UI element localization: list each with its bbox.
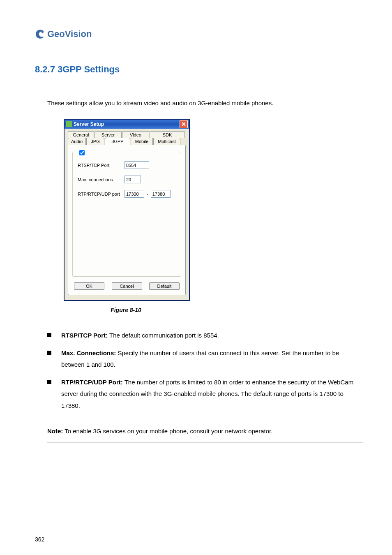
tab-video[interactable]: Video [122,131,149,138]
window-icon [66,121,72,127]
tab-general[interactable]: General [68,131,94,138]
brand-logo: GeoVision [35,29,363,39]
tab-strip: General Server Video SDK Audio JPG 3GPP … [68,131,186,145]
settings-groupbox: RTSP/TCP Port Max. connections RTP/RTCP/… [72,152,181,277]
list-item: RTP/RTCP/UDP Port: The number of ports i… [47,377,363,412]
tab-multicast[interactable]: Multicast [153,138,180,145]
tab-audio[interactable]: Audio [68,138,86,145]
note-box: Note: To enable 3G services on your mobi… [47,420,363,442]
svg-point-0 [42,31,44,33]
list-item: Max. Connections: Specify the number of … [47,347,363,371]
logo-icon [35,29,46,39]
bullet-desc: The default communication port is 8554. [108,332,219,339]
rtp-port-label: RTP/RTCP/UDP port [78,192,122,197]
tab-mobile[interactable]: Mobile [131,138,153,145]
tab-content: RTSP/TCP Port Max. connections RTP/RTCP/… [68,145,186,295]
max-connections-label: Max. connections [78,177,122,182]
port-range-dash: - [147,192,148,197]
bullet-term: RTP/RTCP/UDP Port: [61,379,123,386]
enable-checkbox[interactable] [79,150,85,155]
dialog-title: Server Setup [74,121,104,127]
max-connections-input[interactable] [125,176,141,183]
note-term: Note: [47,428,63,435]
brand-name: GeoVision [47,29,92,39]
note-desc: To enable 3G services on your mobile pho… [63,428,272,435]
figure-caption: Figure 8-10 [64,307,188,313]
close-icon [182,122,186,126]
tab-sdk[interactable]: SDK [150,131,185,138]
default-button[interactable]: Default [149,282,180,290]
rtp-port-from-input[interactable] [125,190,144,198]
dialog-titlebar: Server Setup [65,120,189,129]
close-button[interactable] [180,120,188,128]
rtsp-port-input[interactable] [125,161,149,169]
bullet-list: RTSP/TCP Port: The default communication… [47,330,363,412]
server-setup-dialog: Server Setup General Server Video SDK Au… [64,119,190,301]
intro-text: These settings allow you to stream video… [47,99,363,106]
tab-jpg[interactable]: JPG [86,138,104,145]
bullet-term: RTSP/TCP Port: [61,332,108,339]
ok-button[interactable]: OK [74,282,104,290]
rtp-port-to-input[interactable] [151,190,171,198]
list-item: RTSP/TCP Port: The default communication… [47,330,363,342]
section-heading: 8.2.7 3GPP Settings [35,64,363,75]
rtsp-port-label: RTSP/TCP Port [78,163,122,168]
page-number: 362 [35,536,44,543]
bullet-term: Max. Connections: [61,349,116,356]
tab-server[interactable]: Server [95,131,122,138]
tab-3gpp[interactable]: 3GPP [105,138,130,145]
cancel-button[interactable]: Cancel [112,282,142,290]
